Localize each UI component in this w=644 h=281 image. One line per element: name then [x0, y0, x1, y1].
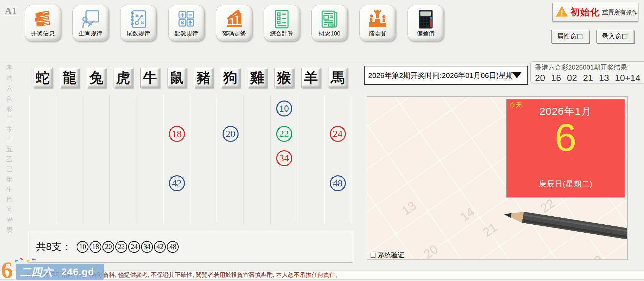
newspaper-icon [319, 8, 340, 32]
chevron-down-icon[interactable] [512, 72, 521, 78]
toolbar-button-composite-calc[interactable]: 綜合計算 [264, 5, 300, 41]
zodiac-key-8[interactable]: 狗 [221, 68, 240, 88]
bar-chart-icon [224, 8, 244, 32]
grid-column-line [163, 96, 164, 224]
today-date-card: 今天: 2026年1月 6 庚辰日(星期二) [506, 99, 625, 198]
grid-column-line [190, 96, 191, 224]
toolbar-button-deviation[interactable]: 偏差值 [408, 5, 444, 41]
property-window-label: 属性窗口 [557, 32, 583, 41]
grid-column-line [217, 96, 217, 224]
zodiac-key-6[interactable]: 鼠 [167, 68, 187, 88]
initialize-sublabel: 重置所有操作 [602, 8, 638, 16]
grid-column-line [351, 96, 351, 224]
grid-column-line [83, 96, 83, 224]
result-number: 20 [535, 73, 545, 83]
draw-period-value: 2026年第2期开奖时间:2026年01月06日(星期二) [365, 71, 512, 80]
zodiac-key-2[interactable]: 龍 [60, 68, 79, 88]
zodiac-key-12[interactable]: 馬 [328, 68, 348, 88]
zodiac-key-label: 馬 [331, 71, 345, 85]
zodiac-key-4[interactable]: 虎 [114, 68, 133, 88]
zodiac-key-label: 羊 [304, 71, 318, 85]
watermark-logo: 6 [1, 258, 13, 281]
form-corner-label: A1 [5, 6, 17, 16]
toolbar-button-concept-100[interactable]: 概念100 [311, 5, 348, 41]
zodiac-key-1[interactable]: 蛇 [33, 68, 53, 88]
math-grid-icon [176, 8, 196, 32]
summary-count-label: 共8支： [36, 240, 72, 254]
last-result-numbers: 201602211310+14 [535, 73, 644, 83]
grid-column-line [297, 96, 298, 224]
calendar-day-info: 庚辰日(星期二) [539, 179, 593, 189]
summary-number-24: 24 [128, 241, 140, 253]
zodiac-key-9[interactable]: 雞 [248, 68, 267, 88]
books-icon [33, 8, 53, 32]
site-watermark: 6 二四六 246.gd [0, 257, 111, 281]
property-window-button[interactable]: 属性窗口 [551, 30, 589, 43]
number-ball-20: 20 [223, 126, 239, 142]
watermark-domain: 246.gd [61, 266, 94, 278]
toolbar-button-draw-info[interactable]: 开奖信息 [25, 5, 61, 41]
grid-column-line [109, 96, 110, 224]
entry-window-label: 录入窗口 [602, 32, 628, 41]
toolbar-button-trend[interactable]: 落碼走勢 [216, 5, 252, 41]
watermark-site-name: 二四六 [20, 265, 53, 280]
number-ball-18: 18 [169, 126, 185, 142]
checkbox-box[interactable] [371, 253, 375, 258]
zodiac-key-10[interactable]: 猴 [274, 68, 294, 88]
grid-column-line [136, 96, 137, 224]
number-ball-22: 22 [276, 126, 292, 142]
today-label: 今天: [509, 101, 523, 109]
calendar-day-number: 6 [555, 119, 576, 156]
number-ball-42: 42 [169, 175, 185, 191]
toolbar-button-zodiac-rule[interactable]: 生肖规律 [72, 5, 109, 41]
calculator-icon [416, 8, 436, 32]
calendar-panel: 131421202229 今天: 2026年1月 6 庚辰日(星期二) 系统验证 [367, 96, 628, 260]
zodiac-key-label: 兔 [90, 71, 103, 85]
checklist-icon [272, 8, 292, 32]
zodiac-key-label: 雞 [250, 71, 264, 85]
toolbar-button-tail-rule[interactable]: 尾数规律 [120, 5, 156, 41]
zodiac-key-label: 狗 [224, 71, 238, 85]
grid-column-line [243, 96, 244, 224]
toolbar-button-points-rule[interactable]: 點數規律 [168, 5, 204, 41]
checkbox-label: 系统验证 [378, 251, 404, 260]
grid-column-line [56, 96, 56, 224]
last-result-panel: 香港六合彩2026001期开奖结果: 201602211310+14 [530, 61, 644, 83]
number-ball-34: 34 [276, 150, 292, 166]
podium-icon [367, 8, 388, 32]
zodiac-key-label: 牛 [143, 71, 157, 85]
summary-number-18: 18 [90, 241, 101, 253]
zodiac-key-label: 豬 [197, 71, 211, 85]
zodiac-key-7[interactable]: 豬 [194, 68, 214, 88]
zodiac-key-5[interactable]: 牛 [140, 68, 160, 88]
zodiac-key-11[interactable]: 羊 [301, 68, 321, 88]
result-number: 02 [567, 73, 577, 83]
result-number: 13 [599, 73, 609, 83]
initialize-label: 初始化 [571, 6, 600, 18]
number-ball-48: 48 [330, 175, 346, 191]
grid-column-line [324, 96, 325, 224]
warning-triangle-icon [556, 6, 568, 18]
summary-number-10: 10 [77, 241, 88, 253]
system-verify-checkbox[interactable]: 系统验证 [371, 251, 404, 260]
sidebar-vertical-title: 香港六合彩二零二五乙巳年生肖号码表 [5, 63, 14, 235]
app-window: A1 开奖信息 生肖 [0, 0, 644, 281]
zodiac-key-label: 虎 [116, 71, 130, 85]
number-ball-24: 24 [330, 126, 346, 142]
last-result-label: 香港六合彩2026001期开奖结果: [535, 63, 644, 72]
summary-number-22: 22 [115, 241, 127, 253]
zodiac-key-3[interactable]: 兔 [87, 68, 106, 88]
entry-window-button[interactable]: 录入窗口 [596, 30, 634, 43]
summary-number-20: 20 [102, 241, 114, 253]
playbook-icon [128, 8, 148, 32]
initialize-button[interactable]: 初始化 重置所有操作 [552, 3, 638, 22]
result-number: 16 [551, 73, 561, 83]
zodiac-key-label: 猴 [277, 71, 291, 85]
zodiac-key-label: 鼠 [170, 71, 184, 85]
grid-column-line [29, 96, 30, 224]
draw-period-dropdown[interactable]: 2026年第2期开奖时间:2026年01月06日(星期二) [364, 66, 528, 85]
grid-column-line [270, 96, 271, 224]
summary-number-list: 1018202224344248 [77, 241, 180, 253]
result-number: 10+14 [615, 73, 641, 83]
toolbar-button-arena[interactable]: 擂臺賽 [359, 5, 396, 41]
